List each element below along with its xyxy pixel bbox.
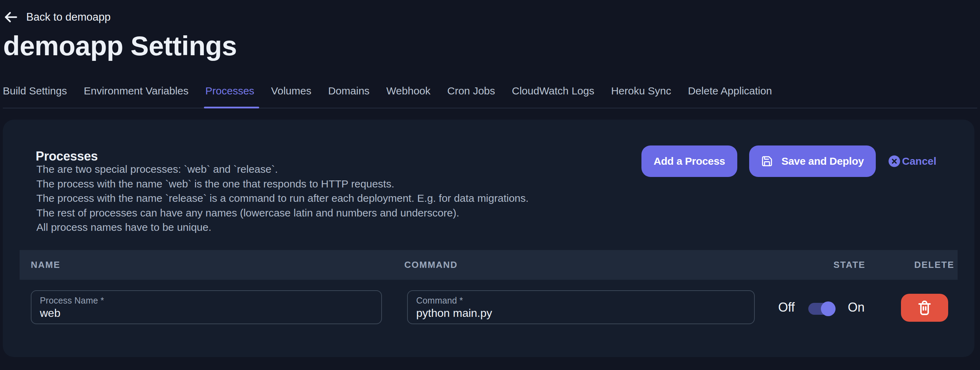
panel-actions: Add a Process Save and Deploy Cancel bbox=[641, 146, 936, 177]
process-row: Process Name * web Command * python main… bbox=[19, 290, 958, 324]
tab-volumes[interactable]: Volumes bbox=[271, 84, 311, 108]
tab-build-settings[interactable]: Build Settings bbox=[3, 84, 67, 108]
toggle-knob bbox=[821, 302, 835, 316]
tab-heroku-sync[interactable]: Heroku Sync bbox=[611, 84, 671, 108]
cancel-link[interactable]: Cancel bbox=[888, 155, 936, 167]
back-link-label: Back to demoapp bbox=[26, 11, 111, 24]
description-line: All process names have to be unique. bbox=[37, 220, 528, 235]
column-state: STATE bbox=[834, 250, 865, 280]
tab-webhook[interactable]: Webhook bbox=[387, 84, 431, 108]
tab-domains[interactable]: Domains bbox=[328, 84, 369, 108]
table-header: NAME COMMAND STATE DELETE bbox=[19, 250, 958, 280]
column-delete: DELETE bbox=[914, 250, 955, 280]
process-name-label: Process Name * bbox=[40, 295, 104, 306]
save-and-deploy-button[interactable]: Save and Deploy bbox=[749, 146, 876, 177]
tab-cron-jobs[interactable]: Cron Jobs bbox=[447, 84, 495, 108]
description-line: The are two special processes: `web` and… bbox=[37, 162, 528, 176]
save-icon bbox=[761, 155, 773, 167]
process-name-field[interactable]: Process Name * web bbox=[31, 290, 382, 324]
tab-delete-application[interactable]: Delete Application bbox=[688, 84, 772, 108]
tab-cloudwatch-logs[interactable]: CloudWatch Logs bbox=[512, 84, 595, 108]
process-name-value: web bbox=[40, 307, 60, 320]
command-field[interactable]: Command * python main.py bbox=[407, 290, 755, 324]
command-value: python main.py bbox=[416, 307, 492, 320]
description-line: The process with the name `web` is the o… bbox=[37, 176, 528, 191]
tab-bar: Build Settings Environment Variables Pro… bbox=[3, 84, 977, 108]
command-label: Command * bbox=[416, 295, 463, 306]
back-link[interactable]: Back to demoapp bbox=[3, 10, 111, 25]
trash-icon bbox=[918, 300, 931, 316]
column-command: COMMAND bbox=[404, 250, 458, 280]
state-toggle[interactable] bbox=[808, 303, 835, 315]
description-line: The process with the name `release` is a… bbox=[37, 191, 528, 206]
panel-description: The are two special processes: `web` and… bbox=[37, 162, 528, 235]
delete-process-button[interactable] bbox=[901, 294, 948, 322]
state-off-label: Off bbox=[778, 290, 795, 324]
column-name: NAME bbox=[31, 250, 60, 280]
arrow-left-icon bbox=[3, 10, 19, 25]
cancel-label: Cancel bbox=[902, 155, 936, 167]
tab-processes[interactable]: Processes bbox=[205, 84, 254, 108]
tab-environment-variables[interactable]: Environment Variables bbox=[84, 84, 189, 108]
state-on-label: On bbox=[848, 290, 865, 324]
x-circle-icon bbox=[888, 155, 900, 167]
description-line: The rest of processes can have any names… bbox=[37, 206, 528, 220]
add-process-button[interactable]: Add a Process bbox=[641, 146, 737, 177]
page-title: demoapp Settings bbox=[3, 30, 237, 62]
panel-heading: Processes bbox=[36, 149, 97, 164]
processes-panel: Processes The are two special processes:… bbox=[3, 120, 974, 357]
